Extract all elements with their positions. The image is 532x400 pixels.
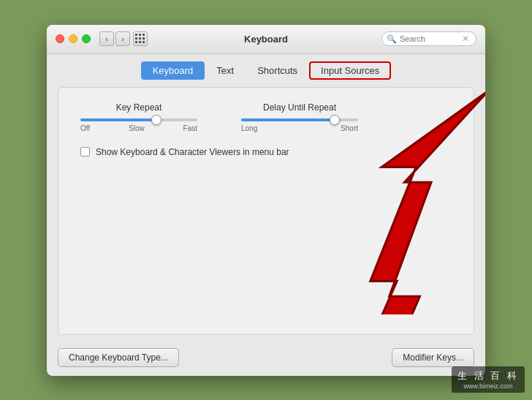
search-clear-icon[interactable]: ✕ [462,34,469,44]
close-button[interactable] [56,34,64,43]
delay-repeat-label: Delay Until Repeat [263,102,336,113]
key-repeat-off-label: Off [80,124,90,132]
keyboard-window: ‹ › Keyboard 🔍 ✕ Keyboard Text Shortcuts… [47,25,485,376]
delay-repeat-group: Delay Until Repeat Long Short [241,102,358,132]
delay-repeat-track[interactable] [241,118,358,121]
key-repeat-fast-label: Fast [183,124,197,132]
key-repeat-slow-label: Slow [129,124,145,132]
tab-shortcuts[interactable]: Shortcuts [246,61,309,80]
show-keyboard-label: Show Keyboard & Character Viewers in men… [96,147,289,157]
key-repeat-fill [80,118,156,121]
traffic-lights [56,34,91,43]
content-area: Key Repeat Off Slow Fast Delay Until Rep… [58,87,474,335]
grid-button[interactable] [133,31,148,46]
tab-text[interactable]: Text [205,61,246,80]
delay-repeat-fill [241,118,335,121]
key-repeat-labels: Off Slow Fast [80,124,197,132]
delay-long-label: Long [241,124,257,132]
search-icon: 🔍 [387,34,397,44]
forward-button[interactable]: › [115,31,130,46]
modifier-keys-button[interactable]: Modifier Keys... [392,348,474,367]
search-box[interactable]: 🔍 ✕ [381,31,476,46]
search-input[interactable] [400,34,462,43]
titlebar: ‹ › Keyboard 🔍 ✕ [47,25,485,54]
checkbox-row: Show Keyboard & Character Viewers in men… [80,147,452,157]
delay-short-label: Short [341,124,358,132]
key-repeat-track[interactable] [80,118,197,121]
delay-repeat-labels: Long Short [241,124,358,132]
watermark-chinese: 生 活 百 科 [457,369,519,382]
sliders-row: Key Repeat Off Slow Fast Delay Until Rep… [80,102,452,132]
maximize-button[interactable] [82,34,91,43]
tabs-bar: Keyboard Text Shortcuts Input Sources [47,54,485,80]
back-button[interactable]: ‹ [99,31,114,46]
tab-input-sources[interactable]: Input Sources [309,61,391,80]
show-keyboard-checkbox[interactable] [80,147,90,156]
tab-keyboard[interactable]: Keyboard [141,61,205,80]
grid-icon [135,34,145,44]
nav-buttons: ‹ › [99,31,130,46]
watermark-url: www.bimeiz.com [457,382,519,390]
bottom-bar: Change Keyboard Type... Modifier Keys... [47,342,485,376]
key-repeat-group: Key Repeat Off Slow Fast [80,102,197,132]
key-repeat-thumb[interactable] [151,115,162,125]
change-keyboard-button[interactable]: Change Keyboard Type... [58,348,179,367]
minimize-button[interactable] [69,34,77,43]
window-title: Keyboard [244,34,288,45]
watermark: 生 活 百 科 www.bimeiz.com [452,366,525,393]
delay-repeat-thumb[interactable] [330,115,340,125]
key-repeat-label: Key Repeat [116,102,162,113]
